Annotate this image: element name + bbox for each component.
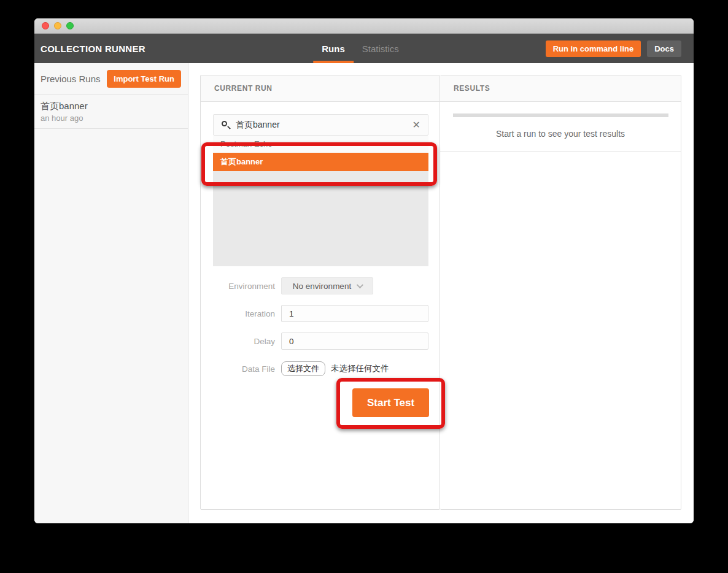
chevron-down-icon (357, 282, 363, 288)
results-title: RESULTS (440, 75, 681, 102)
search-icon (222, 121, 230, 129)
progress-bar-placeholder (453, 113, 668, 117)
delay-label: Delay (201, 337, 275, 346)
collection-runner-window: COLLECTION RUNNER Runs Statistics Run in… (34, 18, 694, 523)
docs-button[interactable]: Docs (647, 40, 681, 57)
environment-value: No environment (293, 282, 351, 291)
current-run-panel: CURRENT RUN ✕ Postman Echo 首页banner Envi… (200, 75, 440, 510)
clear-search-icon[interactable]: ✕ (412, 120, 420, 130)
delay-row: Delay (201, 333, 428, 350)
data-file-row: Data File 选择文件 未选择任何文件 (201, 361, 428, 377)
previous-runs-sidebar: Previous Runs Import Test Run 首页banner a… (34, 63, 188, 523)
collection-search-input[interactable] (236, 120, 412, 130)
collection-list: Postman Echo 首页banner (213, 136, 428, 266)
tab-bar: Runs Statistics (313, 34, 408, 63)
screenshot-canvas: COLLECTION RUNNER Runs Statistics Run in… (0, 0, 728, 573)
current-run-title: CURRENT RUN (201, 75, 440, 102)
app-header: COLLECTION RUNNER Runs Statistics Run in… (34, 34, 694, 63)
data-file-label: Data File (201, 364, 275, 374)
import-test-run-button[interactable]: Import Test Run (107, 70, 181, 88)
previous-run-name: 首页banner (41, 101, 182, 112)
results-empty-message: Start a run to see your test results (440, 129, 681, 139)
tab-statistics[interactable]: Statistics (354, 34, 408, 63)
iteration-label: Iteration (201, 309, 275, 318)
previous-run-item[interactable]: 首页banner an hour ago (34, 95, 188, 129)
macos-titlebar (34, 18, 694, 34)
collection-row-postman-echo[interactable]: Postman Echo (213, 136, 428, 153)
iteration-input[interactable] (281, 305, 428, 322)
file-status-text: 未选择任何文件 (331, 363, 389, 374)
delay-input[interactable] (281, 333, 428, 350)
iteration-row: Iteration (201, 305, 428, 322)
collection-search-box: ✕ (213, 114, 428, 136)
header-actions: Run in command line Docs (546, 34, 681, 63)
results-empty-state: Start a run to see your test results (440, 102, 681, 152)
main-content: CURRENT RUN ✕ Postman Echo 首页banner Envi… (188, 63, 694, 523)
zoom-button[interactable] (66, 22, 74, 29)
run-in-command-line-button[interactable]: Run in command line (546, 40, 641, 57)
environment-dropdown[interactable]: No environment (281, 277, 373, 294)
previous-run-time: an hour ago (41, 113, 182, 123)
results-panel: RESULTS Start a run to see your test res… (440, 75, 681, 510)
close-button[interactable] (42, 22, 49, 29)
sidebar-header: Previous Runs Import Test Run (34, 63, 188, 95)
previous-runs-heading: Previous Runs (41, 74, 101, 84)
collection-row-selected[interactable]: 首页banner (213, 153, 428, 171)
choose-file-button[interactable]: 选择文件 (281, 361, 325, 376)
app-title: COLLECTION RUNNER (41, 44, 145, 54)
tab-runs[interactable]: Runs (313, 34, 354, 63)
start-test-button[interactable]: Start Test (352, 388, 429, 417)
minimize-button[interactable] (54, 22, 61, 29)
environment-label: Environment (201, 282, 275, 291)
environment-row: Environment No environment (201, 277, 428, 294)
